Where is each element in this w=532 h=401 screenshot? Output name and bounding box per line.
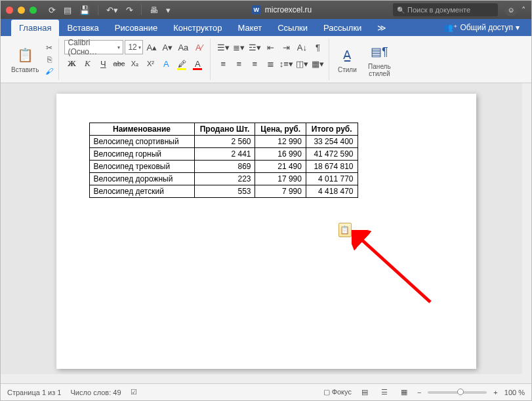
- focus-mode[interactable]: ▢ Фокус: [323, 388, 352, 396]
- numbering-icon[interactable]: ≣▾: [232, 40, 246, 54]
- styles-button[interactable]: A̲ Стили: [335, 44, 359, 75]
- decrease-indent-icon[interactable]: ⇤: [263, 40, 277, 54]
- zoom-out-icon[interactable]: −: [417, 389, 421, 396]
- th-price[interactable]: Цена, руб.: [255, 123, 306, 136]
- word-count[interactable]: Число слов: 49: [70, 389, 121, 396]
- outline-view-icon[interactable]: ▦: [398, 387, 411, 398]
- subscript-button[interactable]: X₂: [127, 56, 142, 71]
- tab-links[interactable]: Ссылки: [270, 20, 316, 36]
- format-painter-icon[interactable]: 🖌: [44, 67, 54, 76]
- th-name[interactable]: Наименование: [89, 123, 194, 136]
- table-cell[interactable]: 16 990: [255, 148, 306, 161]
- page-count[interactable]: Страница 1 из 1: [7, 389, 61, 396]
- table-cell[interactable]: 2 441: [194, 148, 255, 161]
- table-cell[interactable]: Велосипед дорожный: [89, 173, 194, 185]
- table-cell[interactable]: 223: [194, 173, 255, 185]
- align-right-icon[interactable]: ≡: [247, 56, 262, 71]
- minimize-window[interactable]: [18, 7, 25, 14]
- table-row[interactable]: Велосипед детский5537 9904 418 470: [89, 185, 358, 198]
- grow-font-icon[interactable]: A▴: [144, 40, 159, 54]
- table-cell[interactable]: 2 560: [194, 136, 255, 148]
- table-cell[interactable]: 41 472 590: [306, 148, 358, 161]
- zoom-window[interactable]: [30, 7, 37, 14]
- tab-mailings[interactable]: Рассылки: [316, 20, 369, 36]
- shrink-font-icon[interactable]: A▾: [160, 40, 174, 54]
- qat-menu-icon[interactable]: ▾: [166, 5, 171, 15]
- user-account-icon[interactable]: ☺: [504, 3, 518, 16]
- table-cell[interactable]: 7 990: [255, 185, 306, 198]
- superscript-button[interactable]: X²: [143, 56, 157, 71]
- borders-icon[interactable]: ▦▾: [310, 56, 325, 71]
- web-layout-view-icon[interactable]: ☰: [378, 387, 391, 398]
- paste-options-button[interactable]: 📋: [338, 223, 352, 237]
- save-icon[interactable]: 💾: [79, 5, 90, 15]
- spell-check-icon[interactable]: ☑: [131, 388, 137, 396]
- word-table[interactable]: Наименование Продано Шт. Цена, руб. Итог…: [89, 123, 358, 198]
- th-sold[interactable]: Продано Шт.: [194, 123, 255, 136]
- bullets-icon[interactable]: ☰▾: [216, 40, 230, 54]
- vertical-scrollbar[interactable]: [522, 83, 531, 383]
- text-effects-icon[interactable]: A: [159, 56, 173, 71]
- table-cell[interactable]: Велосипед горный: [89, 148, 194, 161]
- cut-icon[interactable]: ✂: [44, 43, 54, 52]
- print-icon[interactable]: 🖶: [150, 5, 158, 15]
- bold-button[interactable]: Ж: [64, 56, 79, 71]
- clear-formatting-icon[interactable]: A⁄: [192, 40, 206, 54]
- paste-button[interactable]: 📋 Вставить: [9, 44, 41, 75]
- align-left-icon[interactable]: ≡: [216, 56, 230, 71]
- document-area[interactable]: Наименование Продано Шт. Цена, руб. Итог…: [1, 83, 531, 383]
- tab-draw[interactable]: Рисование: [107, 20, 165, 36]
- redo-icon[interactable]: ↷: [126, 5, 133, 15]
- shading-icon[interactable]: ◫▾: [295, 56, 309, 71]
- table-cell[interactable]: 4 418 470: [306, 185, 358, 198]
- line-spacing-icon[interactable]: ↕≡▾: [279, 56, 293, 71]
- zoom-slider[interactable]: [428, 391, 487, 394]
- strikethrough-button[interactable]: abc: [112, 56, 126, 71]
- show-pilcrow-icon[interactable]: ¶: [310, 40, 325, 54]
- new-icon[interactable]: ▤: [64, 5, 72, 15]
- table-cell[interactable]: 18 674 810: [306, 161, 358, 173]
- align-center-icon[interactable]: ≡: [232, 56, 246, 71]
- table-cell[interactable]: Велосипед детский: [89, 185, 194, 198]
- zoom-in-icon[interactable]: +: [493, 389, 497, 396]
- table-cell[interactable]: 12 990: [255, 136, 306, 148]
- font-size-combo[interactable]: 12▾: [125, 40, 143, 54]
- table-row[interactable]: Велосипед трековый86921 49018 674 810: [89, 161, 358, 173]
- close-window[interactable]: [6, 7, 13, 14]
- undo-icon[interactable]: ↶▾: [106, 5, 118, 15]
- table-cell[interactable]: Велосипед трековый: [89, 161, 194, 173]
- ribbon-collapse-icon[interactable]: ˄: [522, 5, 526, 15]
- table-cell[interactable]: Велосипед спортивный: [89, 136, 194, 148]
- table-cell[interactable]: 553: [194, 185, 255, 198]
- increase-indent-icon[interactable]: ⇥: [279, 40, 293, 54]
- copy-icon[interactable]: ⎘: [44, 55, 54, 64]
- tab-design[interactable]: Конструктор: [165, 20, 230, 36]
- table-cell[interactable]: 869: [194, 161, 255, 173]
- th-total[interactable]: Итого руб.: [306, 123, 358, 136]
- tab-insert[interactable]: Вставка: [59, 20, 106, 36]
- sort-icon[interactable]: A↓: [295, 40, 309, 54]
- table-row[interactable]: Велосипед дорожный22317 9904 011 770: [89, 173, 358, 185]
- font-name-combo[interactable]: Calibri (Осно…▾: [64, 40, 123, 54]
- table-cell[interactable]: 21 490: [255, 161, 306, 173]
- table-cell[interactable]: 4 011 770: [306, 173, 358, 185]
- styles-pane-button[interactable]: ▤¶ Панель стилей: [362, 41, 396, 79]
- table-cell[interactable]: 17 990: [255, 173, 306, 185]
- italic-button[interactable]: К: [80, 56, 94, 71]
- horizontal-scrollbar[interactable]: [1, 374, 522, 383]
- tab-layout[interactable]: Макет: [230, 20, 270, 36]
- autosave-icon[interactable]: ⟳: [49, 5, 56, 15]
- search-input[interactable]: Поиск в документе: [393, 3, 498, 16]
- justify-icon[interactable]: ≣: [263, 56, 277, 71]
- change-case-icon[interactable]: Aa: [176, 40, 190, 54]
- table-cell[interactable]: 33 254 400: [306, 136, 358, 148]
- tab-home[interactable]: Главная: [11, 20, 59, 36]
- table-row[interactable]: Велосипед спортивный2 56012 99033 254 40…: [89, 136, 358, 148]
- multilevel-icon[interactable]: ☲▾: [247, 40, 262, 54]
- underline-button[interactable]: Ч: [96, 56, 110, 71]
- zoom-level[interactable]: 100 %: [504, 389, 525, 396]
- tab-more[interactable]: ≫: [369, 20, 394, 36]
- print-layout-view-icon[interactable]: ▤: [358, 387, 371, 398]
- share-button[interactable]: 👥⁺Общий доступ▾: [438, 22, 525, 33]
- table-row[interactable]: Велосипед горный2 44116 99041 472 590: [89, 148, 358, 161]
